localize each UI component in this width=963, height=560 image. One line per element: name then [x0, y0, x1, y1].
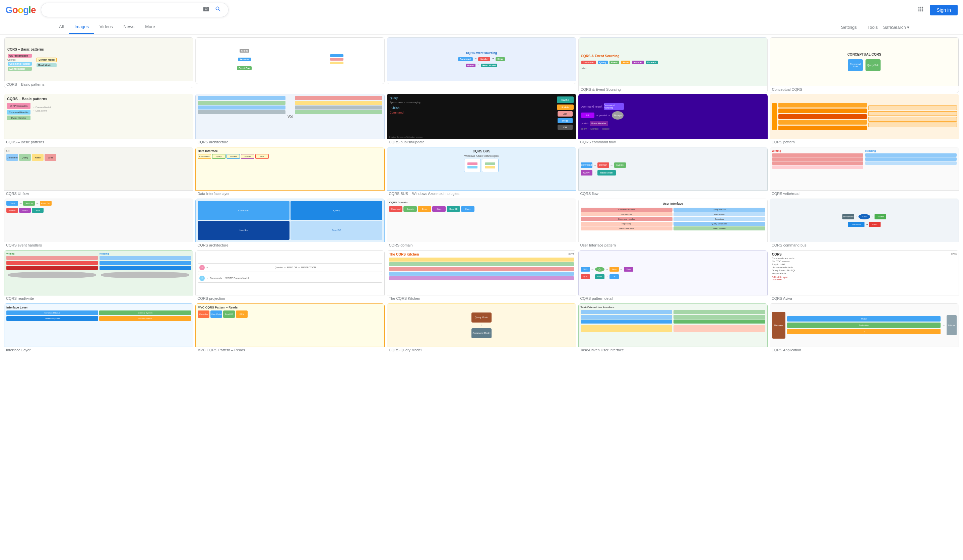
tab-videos[interactable]: Videos	[94, 20, 118, 34]
nav-bar: All Images Videos News More Settings Too…	[0, 20, 963, 34]
search-bar: cqrs diagram	[41, 3, 229, 17]
image-item-cqrs-ui[interactable]: UI Command Query Read Write CQRS UI flow	[4, 147, 193, 197]
image-item-cqrs-orange[interactable]: CQRS pattern	[770, 94, 959, 145]
google-logo[interactable]: Google	[5, 5, 36, 15]
tab-news[interactable]: News	[118, 20, 140, 34]
search-input[interactable]: cqrs diagram	[46, 7, 201, 13]
image-item-cqrs-flow2[interactable]: Command → Domain → Events Query → Read M…	[578, 147, 768, 197]
signin-button[interactable]: Sign in	[930, 5, 958, 15]
image-label-21: CQRS & Event Sourcing	[579, 86, 767, 93]
header: Google cqrs diagram Sign in	[0, 0, 963, 20]
image-item-21[interactable]: CQRS & Event Sourcing Command Query Even…	[578, 37, 768, 93]
safesearch-dropdown[interactable]: SafeSearch ▾	[883, 21, 909, 34]
image-item-cqrs-purple[interactable]: command result Command Handling UI → per…	[578, 94, 768, 145]
image-item-query-model[interactable]: Query Model ↕ Command Model CQRS Query M…	[387, 303, 576, 353]
camera-search-button[interactable]	[201, 5, 211, 15]
image-item-cqrs-dark[interactable]: Query Synchronous – no messaging Publish…	[387, 94, 576, 145]
image-item-user-interface[interactable]: User Interface Command Service Data Mode…	[578, 199, 768, 248]
image-item-cqrs-event-handler[interactable]: Client → Services → Event Bus Handler Qu…	[4, 199, 193, 248]
image-item-read-write[interactable]: Writing Reading CQRS read/write	[4, 250, 193, 301]
tab-all[interactable]: All	[54, 20, 69, 34]
image-item-cqrs-vs[interactable]: VS CQRS architecture	[195, 94, 385, 145]
image-item-interface-layer2[interactable]: Interface Layer Command Queue External S…	[4, 303, 193, 353]
image-label-1: CQRS – Basic patterns	[4, 81, 193, 88]
image-item-projection[interactable]: UI → Queries → READ DB → PROJECTION UI →…	[195, 250, 385, 301]
image-item-mvc-cqrs[interactable]: MVC CQRS Pattern – Reads Controller View…	[195, 303, 385, 353]
header-right: Sign in	[917, 5, 958, 15]
image-label-15	[387, 81, 576, 84]
image-item-domain[interactable]: CQRS Domain Command Domain Event Store R…	[387, 199, 576, 248]
image-label-22: Conceptual CQRS	[770, 86, 959, 93]
image-item-8[interactable]: Client → Services → Event Bus	[195, 37, 385, 84]
main-image-grid: CQRS – Basic patterns UI / Presentation …	[0, 94, 963, 357]
tab-images[interactable]: Images	[69, 20, 94, 34]
image-item-15[interactable]: CQRS event sourcing Command → Handler → …	[387, 37, 576, 84]
image-item-command-bus[interactable]: CommandBus → Cmd → Handler Event Bus → E…	[770, 199, 959, 248]
image-item-22[interactable]: CONCEPTUAL CQRS Command Side Query Side …	[770, 37, 959, 93]
apps-button[interactable]	[917, 5, 924, 15]
search-button[interactable]	[213, 5, 224, 15]
image-item-cqrs-basic[interactable]: CQRS – Basic patterns UI / Presentation …	[4, 94, 193, 145]
image-item-blue-arch[interactable]: Command Query Handler Read DB CQRS archi…	[195, 199, 385, 248]
image-item-cqrs-kitchen[interactable]: The CQRS Kitchen aviva The CQRS Kitchen	[387, 250, 576, 301]
tab-settings[interactable]: Settings	[836, 21, 862, 34]
image-item-cqrs-aviva2[interactable]: CQRS aviva Commands are verbs No DTIO an…	[770, 250, 959, 301]
image-item-cqrs-bus[interactable]: CQRS BUS Windows Azure technologies CQRS…	[387, 147, 576, 197]
image-item-cqrs-step[interactable]: CMD → ◯ → Store → View QRY → Read → DB C…	[578, 250, 768, 301]
image-grid: CQRS – Basic patterns UI / Presentation …	[0, 34, 963, 96]
image-item-interface-layer[interactable]: Data Interface Commands Query Handler Ev…	[195, 147, 385, 197]
tab-more[interactable]: More	[140, 20, 160, 34]
image-item-cqrs-write-read[interactable]: Writing Reading	[770, 147, 959, 197]
image-item-application[interactable]: Database Model Application UI → External…	[770, 303, 959, 353]
image-item-1[interactable]: CQRS – Basic patterns UI / Presentation …	[4, 37, 193, 88]
image-label-8	[196, 81, 384, 84]
tab-tools[interactable]: Tools	[862, 21, 883, 34]
image-item-task-driven[interactable]: Task-Driven User Interface Task-Driven U…	[578, 303, 768, 353]
logo-area: Google	[5, 5, 36, 15]
